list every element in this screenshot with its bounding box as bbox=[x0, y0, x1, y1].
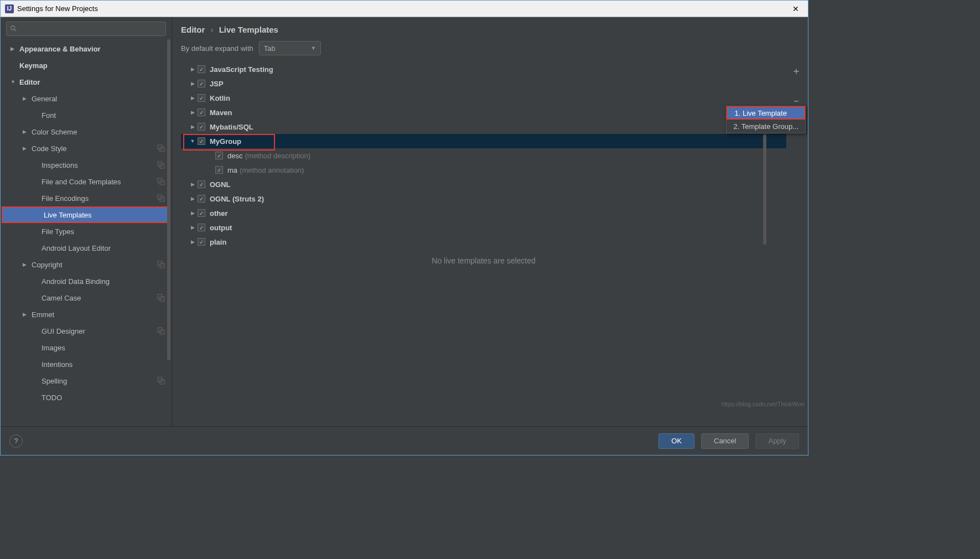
sidebar-item-camel-case[interactable]: Camel Case bbox=[1, 289, 172, 306]
sidebar-item-label: TODO bbox=[42, 394, 62, 402]
chevron-right-icon: ▶ bbox=[11, 46, 17, 51]
sidebar-item-copyright[interactable]: ▶Copyright bbox=[1, 256, 172, 273]
chevron-down-icon: ▼ bbox=[311, 45, 316, 51]
body: ▶Appearance & BehaviorKeymap▼Editor▶Gene… bbox=[1, 17, 808, 426]
search-input[interactable] bbox=[6, 22, 166, 36]
checkbox[interactable]: ✓ bbox=[215, 166, 223, 174]
template-group-other[interactable]: ▶✓other bbox=[181, 206, 786, 220]
sidebar-item-intentions[interactable]: Intentions bbox=[1, 356, 172, 372]
chevron-right-icon: ▶ bbox=[189, 196, 196, 201]
template-abbr: desc bbox=[227, 152, 242, 160]
template-scrollbar[interactable] bbox=[763, 134, 766, 245]
sidebar-item-label: Color Scheme bbox=[32, 128, 77, 136]
modified-icon bbox=[157, 161, 165, 169]
template-group-javascript-testing[interactable]: ▶✓JavaScript Testing bbox=[181, 62, 786, 76]
sidebar-item-label: Live Templates bbox=[44, 211, 91, 219]
checkbox[interactable]: ✓ bbox=[198, 209, 205, 217]
sidebar-scrollbar[interactable] bbox=[167, 39, 170, 360]
group-label: other bbox=[210, 209, 228, 218]
splitter-grip[interactable]: :::::: bbox=[181, 249, 786, 256]
sidebar-item-emmet[interactable]: ▶Emmet bbox=[1, 306, 172, 323]
modified-icon bbox=[157, 144, 165, 152]
apply-button[interactable]: Apply bbox=[755, 433, 799, 449]
template-group-ognl-struts-2-[interactable]: ▶✓OGNL (Struts 2) bbox=[181, 191, 786, 206]
sidebar-item-label: Inspections bbox=[42, 161, 78, 169]
template-group-output[interactable]: ▶✓output bbox=[181, 220, 786, 235]
chevron-right-icon: ▶ bbox=[23, 262, 29, 267]
sidebar-item-code-style[interactable]: ▶Code Style bbox=[1, 140, 172, 157]
cancel-button[interactable]: Cancel bbox=[701, 433, 749, 449]
chevron-right-icon: ▶ bbox=[189, 239, 196, 245]
popup-item-2-template-group-[interactable]: 2. Template Group... bbox=[727, 120, 805, 133]
sidebar-item-color-scheme[interactable]: ▶Color Scheme bbox=[1, 123, 172, 140]
breadcrumb-editor[interactable]: Editor bbox=[181, 25, 205, 34]
template-desc: (method description) bbox=[245, 152, 310, 160]
template-group-mygroup[interactable]: ▼✓MyGroup bbox=[181, 134, 786, 148]
sidebar: ▶Appearance & BehaviorKeymap▼Editor▶Gene… bbox=[1, 17, 172, 426]
watermark: https://blog.csdn.net/ThinkWon bbox=[721, 401, 805, 407]
checkbox[interactable]: ✓ bbox=[198, 224, 205, 231]
sidebar-item-editor[interactable]: ▼Editor bbox=[1, 74, 172, 90]
sidebar-item-appearance-behavior[interactable]: ▶Appearance & Behavior bbox=[1, 40, 172, 57]
modified-icon bbox=[157, 178, 165, 185]
chevron-right-icon: ▶ bbox=[189, 124, 196, 130]
template-group-ognl[interactable]: ▶✓OGNL bbox=[181, 177, 786, 191]
sidebar-item-label: Camel Case bbox=[42, 294, 81, 302]
template-item-ma[interactable]: ✓ma (method annotation) bbox=[181, 163, 786, 177]
add-button[interactable]: ＋ bbox=[790, 64, 803, 77]
sidebar-item-gui-designer[interactable]: GUI Designer bbox=[1, 323, 172, 339]
popup-item-1-live-template[interactable]: 1. Live Template bbox=[727, 106, 805, 120]
help-button[interactable]: ? bbox=[9, 434, 23, 448]
checkbox[interactable]: ✓ bbox=[198, 238, 205, 246]
sidebar-item-label: Android Layout Editor bbox=[42, 244, 111, 252]
sidebar-item-label: File and Code Templates bbox=[42, 178, 121, 186]
svg-point-0 bbox=[11, 26, 15, 30]
group-label: OGNL (Struts 2) bbox=[210, 195, 264, 203]
template-group-mybatis-sql[interactable]: ▶✓Mybatis/SQL bbox=[181, 120, 786, 134]
chevron-right-icon: ▶ bbox=[189, 81, 196, 86]
checkbox[interactable]: ✓ bbox=[198, 180, 205, 188]
modified-icon bbox=[157, 261, 165, 268]
sidebar-item-inspections[interactable]: Inspections bbox=[1, 157, 172, 173]
group-label: OGNL bbox=[210, 180, 231, 189]
modified-icon bbox=[157, 377, 165, 385]
template-group-kotlin[interactable]: ▶✓Kotlin bbox=[181, 91, 786, 105]
breadcrumb-live-templates: Live Templates bbox=[219, 25, 278, 34]
sidebar-item-file-encodings[interactable]: File Encodings bbox=[1, 190, 172, 206]
sidebar-item-font[interactable]: Font bbox=[1, 107, 172, 123]
template-group-maven[interactable]: ▶✓Maven bbox=[181, 105, 786, 120]
checkbox[interactable]: ✓ bbox=[215, 152, 223, 159]
expand-select[interactable]: Tab ▼ bbox=[259, 41, 321, 55]
close-icon[interactable]: ✕ bbox=[788, 4, 803, 13]
checkbox[interactable]: ✓ bbox=[198, 195, 205, 203]
detail-pane: No live templates are selected bbox=[181, 256, 786, 265]
sidebar-item-label: Copyright bbox=[32, 261, 63, 269]
checkbox[interactable]: ✓ bbox=[198, 65, 205, 73]
chevron-right-icon: › bbox=[211, 25, 214, 34]
modified-icon bbox=[157, 294, 165, 302]
checkbox[interactable]: ✓ bbox=[198, 80, 205, 87]
template-group-jsp[interactable]: ▶✓JSP bbox=[181, 76, 786, 91]
ok-button[interactable]: OK bbox=[658, 433, 694, 449]
checkbox[interactable]: ✓ bbox=[198, 108, 205, 116]
checkbox[interactable]: ✓ bbox=[198, 123, 205, 131]
sidebar-item-keymap[interactable]: Keymap bbox=[1, 57, 172, 74]
sidebar-item-file-and-code-templates[interactable]: File and Code Templates bbox=[1, 173, 172, 190]
group-label: Mybatis/SQL bbox=[210, 123, 253, 131]
checkbox[interactable]: ✓ bbox=[198, 94, 205, 102]
modified-icon bbox=[157, 327, 165, 335]
sidebar-item-images[interactable]: Images bbox=[1, 339, 172, 356]
sidebar-item-label: Intentions bbox=[42, 360, 72, 369]
checkbox[interactable]: ✓ bbox=[198, 137, 205, 145]
template-group-plain[interactable]: ▶✓plain bbox=[181, 235, 786, 249]
group-label: MyGroup bbox=[210, 137, 241, 146]
sidebar-item-spelling[interactable]: Spelling bbox=[1, 372, 172, 389]
chevron-right-icon: ▶ bbox=[23, 312, 29, 317]
template-item-desc[interactable]: ✓desc (method description) bbox=[181, 148, 786, 163]
sidebar-item-android-data-binding[interactable]: Android Data Binding bbox=[1, 273, 172, 289]
sidebar-item-live-templates[interactable]: Live Templates bbox=[2, 206, 170, 223]
sidebar-item-android-layout-editor[interactable]: Android Layout Editor bbox=[1, 240, 172, 256]
sidebar-item-general[interactable]: ▶General bbox=[1, 90, 172, 107]
sidebar-item-todo[interactable]: TODO bbox=[1, 389, 172, 406]
sidebar-item-file-types[interactable]: File Types bbox=[1, 223, 172, 240]
